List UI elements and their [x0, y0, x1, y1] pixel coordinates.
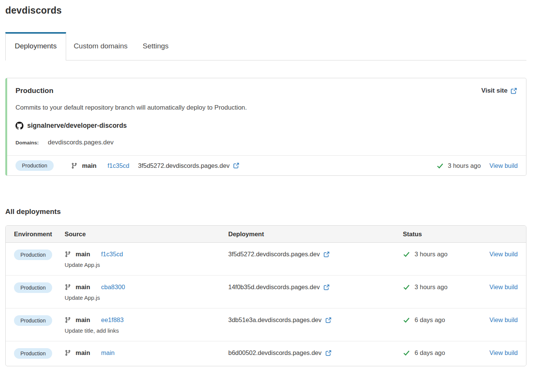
domains-value: devdiscords.pages.dev — [48, 139, 114, 146]
table-row: Production main main b6d00502.devdiscord… — [6, 341, 526, 366]
commit-link[interactable]: ee1f883 — [101, 316, 124, 324]
branch-name: main — [76, 284, 90, 291]
environment-badge: Production — [14, 315, 52, 326]
commit-link[interactable]: f1c35cd — [101, 251, 123, 258]
commit-message: Update App.js — [65, 262, 228, 268]
status-time: 6 days ago — [415, 316, 445, 324]
success-check-icon — [403, 317, 410, 323]
visit-site-link[interactable]: Visit site — [481, 87, 517, 95]
commit-message: Update App.js — [65, 294, 228, 301]
production-deployment-row: Production main f1c35cd 3f5d5272.devdisc… — [7, 155, 526, 175]
all-deployments-heading: All deployments — [5, 208, 526, 216]
repo-name: signalnerve/developer-discords — [27, 122, 127, 130]
git-branch-icon — [71, 163, 77, 169]
external-link-icon — [323, 284, 330, 290]
external-link-icon — [511, 88, 517, 94]
production-card-title: Production — [15, 87, 53, 95]
deployment-url: 14f0b35d.devdiscords.pages.dev — [228, 284, 320, 291]
deployment-url: 3f5d5272.devdiscords.pages.dev — [138, 162, 229, 169]
commit-link[interactable]: cba8300 — [101, 284, 125, 291]
branch-name: main — [82, 162, 97, 169]
branch-name: main — [76, 316, 90, 324]
commit-message: Update title, add links — [65, 327, 228, 334]
success-check-icon — [436, 163, 444, 169]
deployment-url: 3f5d5272.devdiscords.pages.dev — [228, 251, 320, 258]
domains-label: Domains: — [15, 140, 39, 146]
deployments-table: Environment Source Deployment Status Pro… — [5, 225, 526, 366]
production-card: Production Visit site Commits to your de… — [5, 78, 526, 176]
git-branch-icon — [65, 350, 71, 356]
deployment-url-link[interactable]: 3f5d5272.devdiscords.pages.dev — [138, 162, 239, 169]
column-header-source: Source — [65, 231, 228, 238]
page-title: devdiscords — [5, 5, 526, 16]
column-header-status: Status — [403, 231, 485, 238]
environment-badge: Production — [14, 348, 52, 359]
deployment-url: b6d00502.devdiscords.pages.dev — [228, 349, 322, 356]
view-build-link[interactable]: View build — [489, 316, 518, 323]
branch-name: main — [76, 251, 90, 258]
tab-bar: Deployments Custom domains Settings — [5, 32, 526, 60]
commit-link[interactable]: main — [101, 349, 115, 356]
tab-custom-domains[interactable]: Custom domains — [66, 32, 135, 60]
success-check-icon — [403, 251, 410, 257]
deployment-url-link[interactable]: 14f0b35d.devdiscords.pages.dev — [228, 284, 330, 291]
visit-site-label: Visit site — [481, 87, 508, 95]
tab-deployments[interactable]: Deployments — [5, 32, 66, 60]
success-check-icon — [403, 350, 410, 356]
view-build-link[interactable]: View build — [489, 162, 518, 169]
deployment-url-link[interactable]: 3f5d5272.devdiscords.pages.dev — [228, 251, 330, 258]
commit-link[interactable]: f1c35cd — [107, 162, 129, 169]
environment-badge: Production — [14, 282, 52, 293]
tab-settings[interactable]: Settings — [135, 32, 176, 60]
deployment-url-link[interactable]: b6d00502.devdiscords.pages.dev — [228, 349, 331, 356]
external-link-icon — [325, 317, 331, 323]
view-build-link[interactable]: View build — [489, 251, 518, 257]
environment-badge: Production — [14, 249, 52, 260]
production-description: Commits to your default repository branc… — [15, 104, 517, 112]
external-link-icon — [325, 350, 331, 356]
deployment-url: 3db51e3a.devdiscords.pages.dev — [228, 316, 322, 324]
table-row: Production main ee1f883 Update title, ad… — [6, 308, 526, 341]
column-header-environment: Environment — [14, 231, 65, 238]
github-icon — [15, 122, 23, 130]
git-branch-icon — [65, 284, 71, 290]
view-build-link[interactable]: View build — [489, 349, 518, 356]
external-link-icon — [323, 251, 330, 257]
table-header-row: Environment Source Deployment Status — [6, 226, 526, 243]
table-row: Production main cba8300 Update App.js 14… — [6, 275, 526, 308]
status-time: 3 hours ago — [448, 162, 481, 169]
success-check-icon — [403, 284, 410, 290]
view-build-link[interactable]: View build — [489, 284, 518, 290]
environment-badge: Production — [15, 160, 54, 171]
column-header-deployment: Deployment — [228, 231, 403, 238]
status-time: 6 days ago — [415, 349, 445, 356]
status-time: 3 hours ago — [415, 251, 447, 258]
deployment-url-link[interactable]: 3db51e3a.devdiscords.pages.dev — [228, 316, 331, 324]
git-branch-icon — [65, 317, 71, 323]
branch-name: main — [76, 349, 90, 356]
status-time: 3 hours ago — [415, 284, 447, 291]
external-link-icon — [233, 163, 239, 169]
table-row: Production main f1c35cd Update App.js 3f… — [6, 243, 526, 275]
git-branch-icon — [65, 251, 71, 257]
